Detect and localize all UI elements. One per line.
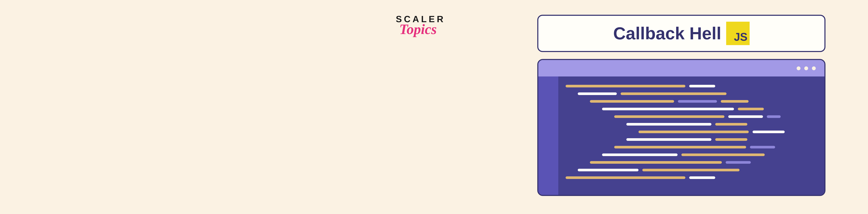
window-dot-icon bbox=[804, 66, 808, 70]
js-badge: JS bbox=[726, 22, 750, 45]
code-line bbox=[639, 131, 816, 133]
code-line bbox=[566, 85, 816, 87]
js-badge-text: JS bbox=[734, 31, 747, 43]
code-line bbox=[614, 146, 816, 148]
title-card: Callback Hell JS bbox=[537, 15, 826, 52]
code-line bbox=[578, 169, 816, 171]
editor-titlebar bbox=[538, 60, 825, 76]
editor-body bbox=[538, 76, 825, 195]
code-line bbox=[626, 123, 816, 126]
code-line bbox=[590, 161, 816, 164]
code-line bbox=[602, 153, 816, 156]
editor-gutter bbox=[538, 76, 558, 195]
code-line bbox=[578, 93, 816, 95]
code-editor-window bbox=[537, 59, 826, 196]
window-dot-icon bbox=[797, 66, 801, 70]
scaler-topics-logo: SCALER Topics bbox=[396, 14, 450, 37]
code-line bbox=[590, 100, 816, 103]
title-text: Callback Hell bbox=[613, 24, 721, 43]
window-dot-icon bbox=[812, 66, 816, 70]
code-line bbox=[602, 108, 816, 110]
code-line bbox=[614, 115, 816, 118]
code-area bbox=[558, 76, 825, 195]
code-line bbox=[566, 176, 816, 179]
code-line bbox=[626, 138, 816, 141]
